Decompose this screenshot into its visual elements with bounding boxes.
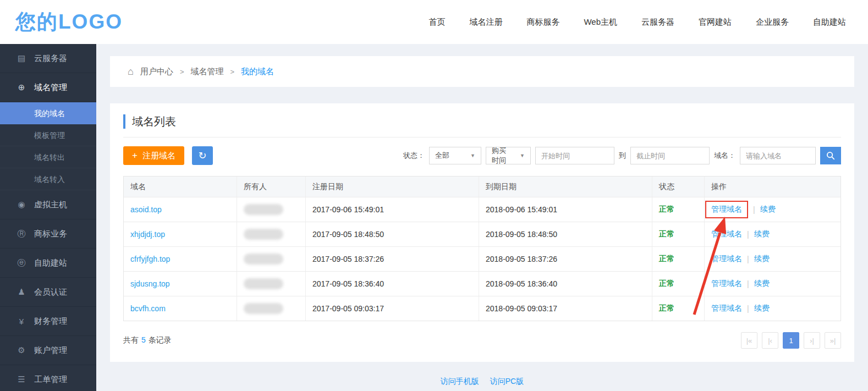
sidebar-item-member-verification[interactable]: ♟ 会员认证 [0, 278, 96, 307]
col-header-registered: 注册日期 [305, 177, 479, 197]
filter-group: 状态： 全部 ▼ 购买时间 ▼ 到 域名： [403, 147, 841, 164]
manage-domain-link[interactable]: 管理域名 [711, 279, 742, 289]
domain-link[interactable]: bcvfh.com [130, 304, 166, 313]
table-row: asoid.top 2017-09-06 15:49:01 2018-09-06… [124, 197, 840, 222]
top-header: 您的LOGO 首页 域名注册 商标服务 Web主机 云服务器 官网建站 企业服务… [0, 0, 868, 44]
sidebar-submenu: 我的域名 模板管理 域名转出 域名转入 [0, 102, 96, 190]
renew-link[interactable]: 续费 [754, 254, 770, 264]
register-domain-button[interactable]: + 注册域名 [123, 146, 184, 165]
sidebar-item-account-management[interactable]: ⚙ 账户管理 [0, 336, 96, 365]
status-filter-label: 状态： [403, 151, 425, 161]
expire-date: 2018-09-06 15:49:01 [479, 197, 652, 222]
table-row: cfrfyjfgh.top 2017-09-05 18:37:26 2018-0… [124, 246, 840, 271]
end-time-input[interactable] [630, 147, 710, 164]
domain-link[interactable]: asoid.top [130, 205, 162, 214]
nav-home[interactable]: 首页 [428, 17, 445, 27]
breadcrumb-domain-management[interactable]: 域名管理 [190, 67, 223, 77]
nav-web-hosting[interactable]: Web主机 [584, 17, 617, 27]
last-page-button[interactable]: »| [825, 332, 841, 349]
sidebar-subitem-template-management[interactable]: 模板管理 [0, 124, 96, 146]
first-page-button[interactable]: |« [741, 332, 757, 349]
globe-icon: ⊕ [17, 82, 26, 92]
prev-page-button[interactable]: |‹ [762, 332, 778, 349]
sidebar-item-site-builder[interactable]: ⓔ 自助建站 [0, 249, 96, 278]
owner-redacted [244, 278, 283, 289]
table-row: bcvfh.com 2017-09-05 09:03:17 2018-09-05… [124, 296, 840, 321]
footer-mobile-link[interactable]: 访问手机版 [441, 377, 479, 386]
registered-date: 2017-09-05 09:03:17 [305, 296, 479, 321]
action-separator: | [753, 205, 755, 214]
nav-official-site[interactable]: 官网建站 [699, 17, 732, 27]
breadcrumb-my-domains[interactable]: 我的域名 [241, 67, 274, 77]
sidebar-item-label: 虚拟主机 [34, 200, 67, 210]
sidebar-item-domain-management[interactable]: ⊕ 域名管理 [0, 73, 96, 102]
expire-date: 2018-09-05 18:37:26 [479, 247, 652, 271]
renew-link[interactable]: 续费 [754, 279, 770, 289]
expire-date: 2018-09-05 18:48:50 [479, 222, 652, 246]
member-icon: ♟ [17, 287, 26, 297]
table-row: xhjdjdj.top 2017-09-05 18:48:50 2018-09-… [124, 222, 840, 246]
search-button[interactable] [820, 147, 841, 164]
action-separator: | [747, 304, 749, 313]
table-header-row: 域名 所有人 注册日期 到期日期 状态 操作 [124, 177, 840, 197]
nav-trademark-service[interactable]: 商标服务 [526, 17, 559, 27]
status-badge: 正常 [659, 279, 674, 289]
sidebar-item-label: 会员认证 [34, 287, 67, 298]
status-badge: 正常 [659, 205, 674, 214]
refresh-button[interactable]: ↻ [192, 146, 213, 165]
page-title: 域名列表 [123, 114, 841, 129]
domain-table: 域名 所有人 注册日期 到期日期 状态 操作 asoid.top 2017-09… [123, 176, 841, 321]
ticket-icon: ☰ [17, 375, 26, 384]
nav-domain-register[interactable]: 域名注册 [469, 17, 502, 27]
manage-domain-link[interactable]: 管理域名 [711, 229, 742, 239]
nav-cloud-server[interactable]: 云服务器 [641, 17, 674, 27]
domain-link[interactable]: sjdusng.top [130, 279, 170, 288]
sidebar-subitem-domain-transfer-out[interactable]: 域名转出 [0, 146, 96, 168]
sidebar-item-cloud-server[interactable]: ▤ 云服务器 [0, 44, 96, 73]
sidebar-item-trademark-business[interactable]: Ⓡ 商标业务 [0, 219, 96, 249]
annotation-red-box: 管理域名 [705, 201, 748, 218]
manage-domain-link[interactable]: 管理域名 [711, 254, 742, 264]
breadcrumb-user-center[interactable]: 用户中心 [140, 67, 173, 77]
col-header-actions: 操作 [704, 177, 840, 197]
sidebar-item-virtual-host[interactable]: ◉ 虚拟主机 [0, 190, 96, 219]
renew-link[interactable]: 续费 [754, 304, 770, 313]
expire-date: 2018-09-05 18:36:40 [479, 272, 652, 296]
sidebar-item-label: 工单管理 [34, 375, 67, 385]
domain-list-card: 域名列表 + 注册域名 ↻ 状态： 全部 ▼ [110, 103, 854, 362]
sidebar-subitem-my-domains[interactable]: 我的域名 [0, 102, 96, 124]
sidebar-item-finance-management[interactable]: ¥ 财务管理 [0, 307, 96, 336]
gear-icon: ⚙ [17, 345, 26, 355]
sidebar-item-ticket-management[interactable]: ☰ 工单管理 [0, 365, 96, 391]
status-badge: 正常 [659, 229, 674, 239]
domain-link[interactable]: cfrfyjfgh.top [130, 255, 170, 263]
nav-self-site[interactable]: 自助建站 [813, 17, 846, 27]
status-badge: 正常 [659, 304, 674, 313]
server-icon: ▤ [17, 53, 26, 63]
domain-filter-label: 域名： [714, 151, 735, 161]
registered-date: 2017-09-05 18:48:50 [305, 222, 479, 246]
chevron-down-icon: ▼ [470, 153, 475, 158]
host-icon: ◉ [17, 200, 26, 210]
sidebar-subitem-domain-transfer-in[interactable]: 域名转入 [0, 168, 96, 190]
status-select[interactable]: 全部 ▼ [429, 147, 481, 164]
renew-link[interactable]: 续费 [760, 205, 776, 214]
sidebar-item-label: 自助建站 [34, 258, 67, 268]
record-count-text: 共有 5 条记录 [123, 335, 172, 345]
current-page-button[interactable]: 1 [783, 332, 799, 349]
domain-search-input[interactable] [740, 147, 816, 164]
nav-enterprise-service[interactable]: 企业服务 [756, 17, 789, 27]
footer-pc-link[interactable]: 访问PC版 [490, 377, 524, 386]
sidebar-item-label: 商标业务 [34, 229, 67, 239]
renew-link[interactable]: 续费 [754, 229, 770, 239]
sidebar-item-label: 财务管理 [34, 316, 67, 327]
toolbar: + 注册域名 ↻ 状态： 全部 ▼ 购买时间 ▼ [123, 146, 841, 165]
domain-link[interactable]: xhjdjdj.top [130, 230, 165, 239]
time-type-select[interactable]: 购买时间 ▼ [486, 147, 531, 164]
manage-domain-link[interactable]: 管理域名 [711, 205, 742, 214]
manage-domain-link[interactable]: 管理域名 [711, 304, 742, 313]
trademark-icon: Ⓡ [17, 229, 26, 239]
registered-date: 2017-09-05 18:37:26 [305, 247, 479, 271]
next-page-button[interactable]: ›| [804, 332, 820, 349]
start-time-input[interactable] [535, 147, 614, 164]
